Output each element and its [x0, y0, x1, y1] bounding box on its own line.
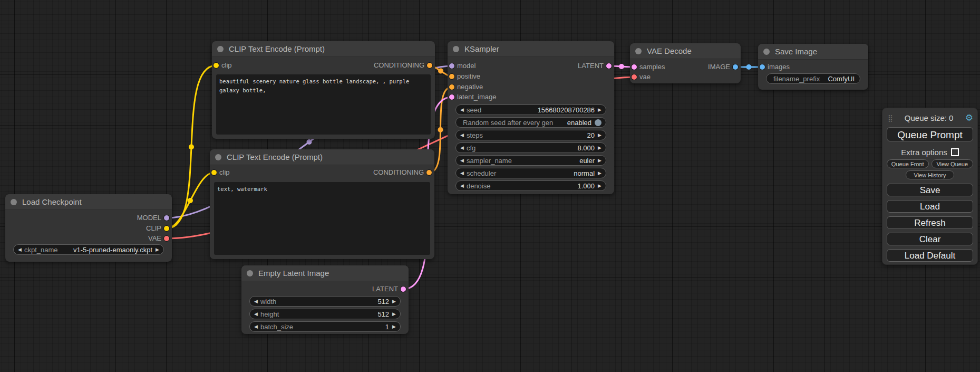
widget-value: 512 [377, 298, 389, 306]
widget-ckpt-name[interactable]: ◀ckpt_namev1-5-pruned-emaonly.ckpt▶ [13, 244, 164, 255]
prompt-textarea[interactable]: beautiful scenery nature glass bottle la… [216, 74, 431, 135]
extra-options-checkbox[interactable] [951, 148, 959, 156]
widget-value: 20 [587, 131, 595, 139]
increment-arrow-icon[interactable]: ▶ [156, 244, 159, 255]
collapse-dot-icon[interactable] [217, 46, 224, 52]
decrement-arrow-icon[interactable]: ◀ [254, 296, 258, 307]
settings-gear-icon[interactable]: ⚙ [965, 113, 973, 122]
output-latent-dot[interactable] [606, 63, 612, 69]
node-title-bar[interactable]: CLIP Text Encode (Prompt) [212, 41, 435, 57]
node-vae-decode[interactable]: VAE DecodesamplesvaeIMAGE [630, 43, 741, 83]
collapse-dot-icon[interactable] [763, 49, 770, 55]
node-clip-text-encode-negative[interactable]: CLIP Text Encode (Prompt)clipCONDITIONIN… [210, 149, 434, 259]
collapse-dot-icon[interactable] [453, 46, 459, 52]
increment-arrow-icon[interactable]: ▶ [598, 180, 601, 191]
widget-value: v1-5-pruned-emaonly.ckpt [73, 246, 152, 254]
increment-arrow-icon[interactable]: ▶ [598, 142, 601, 153]
input-positive-dot[interactable] [449, 74, 454, 79]
output-vae-dot[interactable] [164, 236, 169, 241]
input-clip-dot[interactable] [214, 63, 219, 68]
input-positive-label: positive [457, 72, 480, 81]
link-midpoint-dot [619, 64, 624, 69]
toggle-dot[interactable] [595, 119, 601, 126]
widget-label: ckpt_name [24, 246, 58, 254]
decrement-arrow-icon[interactable]: ◀ [254, 309, 258, 319]
increment-arrow-icon[interactable]: ▶ [392, 321, 396, 332]
input-samples-dot[interactable] [632, 64, 637, 70]
widget-value: 8.000 [578, 144, 595, 152]
output-conditioning-dot[interactable] [426, 170, 432, 175]
collapse-dot-icon[interactable] [247, 270, 253, 276]
node-title-bar[interactable]: Save Image [758, 44, 868, 60]
drag-handle-icon[interactable]: ⣿ [888, 114, 893, 122]
comfyui-canvas[interactable]: { "slot_colors": { "MODEL": "#B39DDB", "… [0, 0, 980, 372]
increment-arrow-icon[interactable]: ▶ [392, 309, 396, 319]
widget-sampler-name[interactable]: ◀sampler_nameeuler▶ [455, 155, 606, 166]
decrement-arrow-icon[interactable]: ◀ [254, 321, 258, 332]
widget-height[interactable]: ◀height512▶ [249, 309, 401, 319]
node-title: Load Checkpoint [22, 197, 82, 206]
widget-label: batch_size [260, 323, 293, 331]
view-queue-button[interactable]: View Queue [932, 159, 974, 168]
node-title-bar[interactable]: VAE Decode [630, 43, 741, 59]
increment-arrow-icon[interactable]: ▶ [598, 130, 601, 140]
decrement-arrow-icon[interactable]: ◀ [18, 244, 22, 255]
collapse-dot-icon[interactable] [215, 154, 221, 160]
output-latent-dot[interactable] [401, 287, 406, 292]
decrement-arrow-icon[interactable]: ◀ [460, 130, 464, 140]
widget-steps[interactable]: ◀steps20▶ [455, 130, 606, 140]
widget-batch-size[interactable]: ◀batch_size1▶ [249, 321, 401, 332]
load-default-button[interactable]: Load Default [887, 249, 973, 262]
increment-arrow-icon[interactable]: ▶ [598, 155, 601, 166]
queue-front-button[interactable]: Queue Front [887, 159, 929, 168]
widget-denoise[interactable]: ◀denoise1.000▶ [455, 180, 606, 191]
widget-value: ComfyUI [828, 75, 855, 83]
input-clip-dot[interactable] [211, 170, 217, 175]
decrement-arrow-icon[interactable]: ◀ [460, 104, 464, 115]
output-latent-label: LATENT [578, 62, 604, 70]
widget-filename-prefix[interactable]: filename_prefixComfyUI [766, 73, 860, 84]
decrement-arrow-icon[interactable]: ◀ [460, 168, 464, 178]
decrement-arrow-icon[interactable]: ◀ [460, 142, 464, 153]
node-title-bar[interactable]: KSampler [448, 41, 614, 57]
node-title-bar[interactable]: Load Checkpoint [5, 194, 172, 210]
prompt-textarea[interactable]: text, watermark [214, 182, 430, 255]
node-load-checkpoint[interactable]: Load CheckpointMODELCLIPVAE◀ckpt_namev1-… [5, 194, 172, 262]
node-clip-text-encode-positive[interactable]: CLIP Text Encode (Prompt)clipCONDITIONIN… [212, 41, 435, 139]
node-save-image[interactable]: Save Imageimagesfilename_prefixComfyUI [758, 44, 868, 90]
widget-seed[interactable]: ◀seed156680208700286▶ [455, 104, 606, 115]
decrement-arrow-icon[interactable]: ◀ [460, 180, 464, 191]
increment-arrow-icon[interactable]: ▶ [598, 104, 601, 115]
input-model-dot[interactable] [449, 63, 454, 69]
clear-button[interactable]: Clear [887, 233, 973, 245]
decrement-arrow-icon[interactable]: ◀ [460, 155, 464, 166]
node-empty-latent-image[interactable]: Empty Latent ImageLATENT◀width512▶◀heigh… [241, 265, 409, 334]
collapse-dot-icon[interactable] [11, 199, 17, 205]
widget-value: normal [574, 169, 595, 177]
input-negative-dot[interactable] [449, 84, 454, 90]
input-vae-dot[interactable] [632, 74, 637, 80]
widget-width[interactable]: ◀width512▶ [249, 296, 401, 307]
queue-prompt-button[interactable]: Queue Prompt [887, 127, 973, 141]
output-clip-dot[interactable] [164, 226, 169, 231]
output-image-dot[interactable] [733, 64, 738, 70]
view-history-button[interactable]: View History [906, 170, 954, 179]
increment-arrow-icon[interactable]: ▶ [598, 168, 601, 178]
refresh-button[interactable]: Refresh [887, 216, 973, 229]
input-images-dot[interactable] [760, 64, 765, 70]
load-button[interactable]: Load [887, 200, 973, 213]
node-title-bar[interactable]: Empty Latent Image [241, 265, 409, 281]
widget-random-seed-after-every-gen[interactable]: Random seed after every genenabled [455, 117, 606, 128]
collapse-dot-icon[interactable] [635, 48, 642, 54]
output-conditioning-label: CONDITIONING [374, 61, 424, 70]
save-button[interactable]: Save [887, 184, 973, 196]
node-ksampler[interactable]: KSamplermodelpositivenegativelatent_imag… [448, 41, 614, 194]
widget-cfg[interactable]: ◀cfg8.000▶ [455, 142, 606, 153]
extra-options-label: Extra options [901, 148, 947, 157]
increment-arrow-icon[interactable]: ▶ [392, 296, 396, 307]
input-latent_image-dot[interactable] [449, 94, 454, 100]
node-title-bar[interactable]: CLIP Text Encode (Prompt) [210, 149, 434, 165]
widget-scheduler[interactable]: ◀schedulernormal▶ [455, 168, 606, 178]
output-conditioning-dot[interactable] [427, 63, 432, 68]
output-model-dot[interactable] [164, 215, 169, 221]
